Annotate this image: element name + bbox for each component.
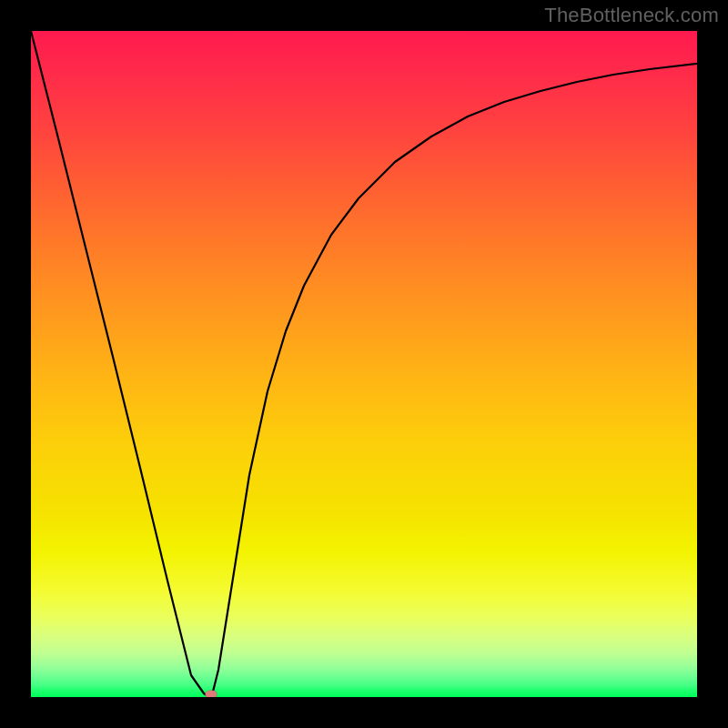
bottleneck-curve	[31, 31, 697, 697]
minimum-marker	[206, 691, 217, 698]
chart-frame: TheBottleneck.com	[0, 0, 728, 728]
curve-layer	[31, 31, 697, 697]
watermark-text: TheBottleneck.com	[544, 4, 719, 27]
plot-area	[31, 31, 697, 697]
